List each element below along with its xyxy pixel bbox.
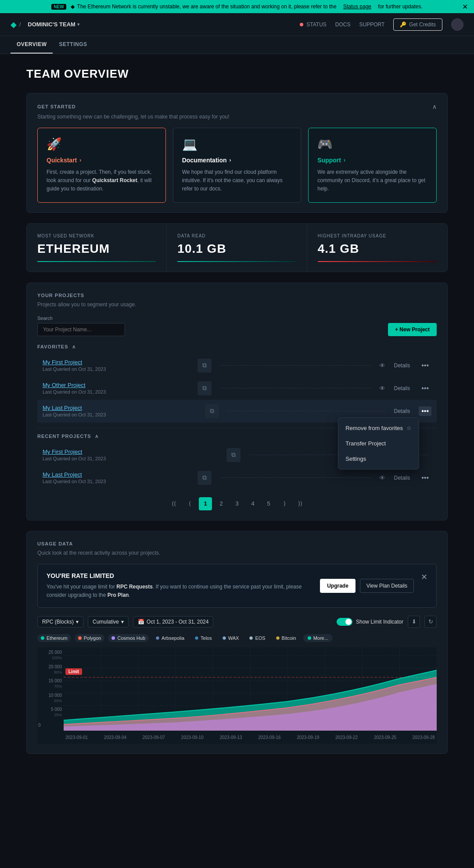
status-label[interactable]: STATUS bbox=[306, 22, 327, 28]
fav-project-3-date: Last Queried on Oct 31, 2023 bbox=[43, 412, 200, 417]
chart-legend: Ethereum Polygon Cosmos Hub Arbsepolia T… bbox=[37, 634, 437, 642]
get-started-section: GET STARTED ∧ Starting something new can… bbox=[26, 93, 448, 213]
page-5-button[interactable]: 5 bbox=[262, 497, 275, 510]
support-link[interactable]: SUPPORT bbox=[359, 22, 385, 28]
stats-grid: MOST USED NETWORK ETHEREUM DATA READ 10.… bbox=[26, 223, 448, 272]
remove-fav-label: Remove from favorites bbox=[345, 425, 403, 431]
eos-legend-label: EOS bbox=[255, 635, 265, 641]
favorite-project-row: My First Project Last Queried on Oct 31,… bbox=[37, 354, 437, 377]
tab-settings[interactable]: SETTINGS bbox=[53, 36, 93, 54]
get-started-subtitle: Starting something new can be challengin… bbox=[37, 114, 437, 120]
recent-project-2-date: Last Queried on Oct 31, 2023 bbox=[43, 479, 192, 484]
fav-project-3-name[interactable]: My Last Project bbox=[43, 405, 200, 411]
page-3-button[interactable]: 3 bbox=[230, 497, 244, 510]
cumulative-select[interactable]: Cumulative ▾ bbox=[88, 616, 129, 628]
legend-more-button[interactable]: More... bbox=[303, 634, 333, 642]
stat-intraday-value: 4.1 GB bbox=[318, 242, 437, 256]
remove-favorites-item[interactable]: Remove from favorites ☆ bbox=[338, 420, 419, 436]
page-4-button[interactable]: 4 bbox=[246, 497, 259, 510]
search-input[interactable] bbox=[37, 323, 125, 336]
page-2-button[interactable]: 2 bbox=[215, 497, 228, 510]
settings-item[interactable]: Settings bbox=[338, 451, 419, 466]
eos-dot-icon bbox=[249, 636, 253, 640]
quickstart-card[interactable]: 🚀 Quickstart › First, create a project. … bbox=[37, 128, 166, 203]
banner-message: The Ethereum Network is currently unstab… bbox=[77, 4, 337, 10]
legend-ethereum[interactable]: Ethereum bbox=[37, 634, 71, 642]
get-started-collapse-icon[interactable]: ∧ bbox=[432, 103, 437, 110]
status-indicator[interactable]: STATUS bbox=[300, 22, 327, 28]
get-started-title: GET STARTED bbox=[37, 104, 76, 109]
calendar-icon: 📅 bbox=[138, 619, 144, 625]
legend-eos[interactable]: EOS bbox=[246, 634, 269, 642]
fav-project-3-details[interactable]: Details bbox=[394, 408, 410, 414]
fav-project-2-name[interactable]: My Other Project bbox=[43, 382, 192, 388]
page-last-button[interactable]: ⟩⟩ bbox=[294, 497, 307, 510]
legend-arbsepolia[interactable]: Arbsepolia bbox=[152, 634, 188, 642]
support-card[interactable]: 🎮 Support › We are extremely active alon… bbox=[308, 128, 437, 203]
docs-link[interactable]: DOCS bbox=[335, 22, 351, 28]
page-prev-button[interactable]: ⟨ bbox=[183, 497, 196, 510]
x-label-0910: 2023-09-10 bbox=[181, 735, 204, 740]
fav-project-2-more-button[interactable]: ••• bbox=[419, 384, 431, 393]
user-avatar[interactable] bbox=[451, 18, 463, 31]
banner-link[interactable]: Status page bbox=[343, 4, 371, 10]
legend-bitcoin[interactable]: Bitcoin bbox=[273, 634, 300, 642]
legend-polygon[interactable]: Polygon bbox=[75, 634, 105, 642]
rate-limit-actions: Upgrade View Plan Details bbox=[320, 579, 414, 593]
star-icon: ☆ bbox=[406, 425, 412, 431]
fav-project-1-more-button[interactable]: ••• bbox=[419, 361, 431, 370]
stat-most-used-network: MOST USED NETWORK ETHEREUM bbox=[27, 224, 167, 272]
legend-wax[interactable]: WAX bbox=[219, 634, 243, 642]
refresh-chart-button[interactable]: ↻ bbox=[424, 616, 437, 628]
new-project-button[interactable]: + New Project bbox=[388, 323, 437, 336]
fav-project-3-dots bbox=[228, 411, 385, 411]
download-chart-button[interactable]: ⬇ bbox=[408, 616, 420, 628]
status-dot-icon bbox=[300, 23, 303, 26]
x-label-0922: 2023-09-22 bbox=[335, 735, 358, 740]
rate-limit-close-button[interactable]: ✕ bbox=[421, 572, 427, 582]
quickstart-text: First, create a project. Then, if you fe… bbox=[47, 168, 157, 194]
limit-indicator-toggle[interactable] bbox=[337, 618, 352, 626]
announcement-banner: NEW ◆ The Ethereum Network is currently … bbox=[0, 0, 474, 13]
favorite-project-row-3: My Last Project Last Queried on Oct 31, … bbox=[37, 400, 437, 423]
docs-icon: 💻 bbox=[182, 137, 292, 151]
page-1-button[interactable]: 1 bbox=[199, 497, 212, 510]
eye-icon-1[interactable]: 👁 bbox=[379, 362, 385, 369]
documentation-card[interactable]: 💻 Documentation › We hope that you find … bbox=[173, 128, 302, 203]
eye-icon-recent-2[interactable]: 👁 bbox=[379, 474, 385, 481]
fav-project-1-info: My First Project Last Queried on Oct 31,… bbox=[43, 359, 192, 372]
upgrade-button[interactable]: Upgrade bbox=[320, 579, 356, 593]
rpc-type-select[interactable]: RPC (Blocks) ▾ bbox=[37, 616, 83, 628]
team-selector[interactable]: DOMINIC'S TEAM ▾ bbox=[28, 21, 79, 28]
rate-limit-banner: YOU'RE RATE LIMITED You've hit your usag… bbox=[37, 564, 437, 608]
recent-project-2-details[interactable]: Details bbox=[394, 475, 410, 481]
get-credits-button[interactable]: 🔑 Get Credits bbox=[393, 18, 442, 31]
fav-project-1-details[interactable]: Details bbox=[394, 362, 410, 369]
y-label-5000: 5 000 25% bbox=[38, 707, 62, 717]
favorites-collapse-icon[interactable]: ∧ bbox=[72, 344, 76, 350]
usage-header: USAGE DATA bbox=[37, 541, 437, 546]
tab-overview[interactable]: OVERVIEW bbox=[11, 36, 53, 54]
recent-project-2-more-button[interactable]: ••• bbox=[419, 473, 431, 483]
banner-close-button[interactable]: ✕ bbox=[462, 3, 468, 11]
stat-read-value: 10.1 GB bbox=[177, 242, 296, 256]
fav-project-3-more-button[interactable]: ••• bbox=[419, 406, 431, 416]
recent-collapse-icon[interactable]: ∧ bbox=[95, 434, 99, 439]
projects-subtitle: Projects allow you to segment your usage… bbox=[37, 301, 437, 308]
page-first-button[interactable]: ⟨⟨ bbox=[167, 497, 180, 510]
eye-icon-2[interactable]: 👁 bbox=[379, 385, 385, 392]
support-text: We are extremely active alongside the co… bbox=[317, 168, 427, 194]
legend-cosmos[interactable]: Cosmos Hub bbox=[108, 634, 149, 642]
transfer-project-item[interactable]: Transfer Project bbox=[338, 436, 419, 451]
fav-project-2-date: Last Queried on Oct 31, 2023 bbox=[43, 389, 192, 395]
legend-telos[interactable]: Telos bbox=[191, 634, 215, 642]
view-plan-button[interactable]: View Plan Details bbox=[360, 579, 414, 593]
fav-project-1-name[interactable]: My First Project bbox=[43, 359, 192, 366]
recent-project-1-name[interactable]: My First Project bbox=[43, 448, 221, 455]
page-next-button[interactable]: ⟩ bbox=[278, 497, 291, 510]
date-range-picker[interactable]: 📅 Oct 1, 2023 - Oct 31, 2024 bbox=[133, 616, 213, 628]
recent-project-2-name[interactable]: My Last Project bbox=[43, 471, 192, 478]
ethereum-legend-label: Ethereum bbox=[47, 635, 68, 641]
y-label-20000: 20 000 80% bbox=[38, 664, 62, 674]
fav-project-2-details[interactable]: Details bbox=[394, 385, 410, 391]
